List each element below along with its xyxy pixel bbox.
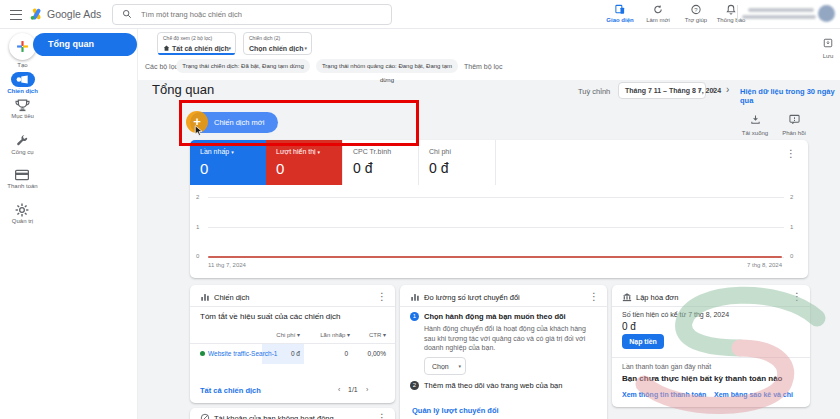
billing-card-menu-button[interactable]: ⋮ [792, 292, 802, 302]
campaign-card-menu-button[interactable]: ⋮ [377, 292, 387, 302]
feedback-button[interactable]: Phản hồi [777, 111, 811, 136]
create-button[interactable] [9, 33, 36, 60]
column-clicks[interactable]: Lần nhấp ▾ [308, 331, 350, 338]
save-label: Lưu [814, 53, 840, 59]
ytick-left-2: 2 [196, 194, 199, 200]
inactive-card-menu-button[interactable]: ⋮ [377, 413, 387, 419]
avatar[interactable] [818, 5, 835, 22]
conversion-select-dropdown[interactable]: Chọn ▾ [424, 357, 466, 375]
appearance-button[interactable]: Giao diện [601, 3, 639, 25]
admin-gear-icon[interactable] [15, 203, 29, 217]
home-icon [163, 45, 170, 51]
campaign-select-value: Chọn chiến dịch [249, 45, 303, 52]
date-range-dropdown[interactable]: Tháng 7 11 – Tháng 8 7, 2024 ▾ [618, 82, 706, 99]
xtick-end-date: 7 thg 8, 2024 [660, 262, 782, 268]
sidebar-item-overview-active[interactable]: Tổng quan [33, 33, 137, 56]
campaign-summary-card: Chiến dịch ⋮ Tóm tắt về hiệu suất của cá… [190, 285, 395, 403]
search-icon [122, 9, 132, 19]
menu-icon[interactable] [10, 10, 22, 20]
rail-billing-label[interactable]: Thanh toán [0, 183, 45, 189]
divider [612, 357, 810, 358]
help-button[interactable]: ? Trợ giúp [677, 3, 715, 25]
show-last-30-days-link[interactable]: Hiện dữ liệu trong 30 ngày qua [740, 87, 840, 105]
google-ads-app: Google Ads Giao diện Làm mới [0, 0, 840, 419]
rail-campaigns-item[interactable] [11, 72, 35, 87]
notifications-button[interactable]: Thông báo [712, 3, 750, 25]
metric-tab-clicks[interactable]: Lần nhấp ▾ 0 [190, 140, 266, 185]
refresh-button[interactable]: Làm mới [639, 3, 677, 25]
conversion-select-value: Chọn [432, 363, 449, 370]
column-cost[interactable]: Chi phí ▾ [262, 331, 300, 338]
rail-tools-label[interactable]: Công cụ [0, 149, 45, 155]
feedback-label: Phản hồi [777, 130, 811, 136]
add-funds-button[interactable]: Nạp tiền [622, 334, 664, 349]
filter-chip-adgroup-status[interactable]: Trạng thái nhóm quảng cáo: Đang bật, Đan… [316, 59, 458, 73]
sidebar [45, 28, 138, 419]
gridline-2 [208, 197, 784, 198]
balance-value: 0 đ [622, 321, 636, 332]
metric-tab-cost[interactable]: Chi phí 0 đ [419, 140, 496, 185]
payment-info-link[interactable]: Xem thông tin thanh toán [622, 391, 706, 398]
conversion-card: Đo lường số lượt chuyển đổi ⋮ 1 Chọn hàn… [400, 285, 607, 419]
step-2-title: Thêm mã theo dõi vào trang web của bạn [424, 381, 562, 390]
cell-clicks: 0 [310, 350, 348, 357]
billing-icon[interactable] [15, 169, 29, 181]
save-button[interactable]: Lưu [814, 34, 840, 59]
save-icon [823, 38, 833, 48]
rail-admin-label[interactable]: Quản trị [0, 218, 45, 224]
metric-cost-label: Chi phí [429, 148, 451, 155]
pagination-prev[interactable]: ‹ [338, 386, 340, 393]
pagination-next[interactable]: › [366, 386, 368, 393]
custom-range-label: Tuỳ chỉnh [578, 87, 610, 96]
top-bar: Google Ads Giao diện Làm mới [0, 0, 840, 29]
download-button[interactable]: Tải xuống [738, 111, 772, 136]
conversion-card-menu-button[interactable]: ⋮ [589, 292, 599, 302]
rail-create-label[interactable]: Tạo [0, 62, 45, 68]
inactive-card-title: Tài khoản của bạn không hoạt động [214, 414, 334, 419]
metric-tab-impressions[interactable]: Lượt hiển thị ▾ 0 [266, 140, 342, 185]
metric-clicks-label: Lần nhấp [200, 148, 229, 155]
campaign-card-subtitle: Tóm tắt về hiệu suất của các chiến dịch [200, 312, 341, 321]
caret-down-icon: ▾ [228, 45, 231, 51]
rail-goals-label[interactable]: Mục tiêu [0, 113, 45, 119]
help-label: Trợ giúp [677, 17, 715, 23]
svg-text:?: ? [694, 7, 698, 13]
bank-icon [622, 292, 632, 302]
search-box[interactable] [112, 4, 392, 25]
help-icon: ? [691, 4, 702, 15]
inactive-account-card: Tài khoản của bạn không hoạt động ⋮ [190, 408, 395, 419]
bell-icon [726, 4, 737, 15]
overview-chart-card: Lần nhấp ▾ 0 Lượt hiển thị ▾ 0 CPC Tr.bì… [190, 140, 808, 278]
caret-down-icon: ▾ [304, 45, 307, 51]
ytick-left-1: 1 [196, 224, 199, 230]
chart-menu-button[interactable]: ⋮ [786, 149, 796, 159]
filters-label: Các bộ lọc [145, 63, 178, 70]
caret-down-icon: ▾ [318, 149, 321, 155]
rail-campaigns-label[interactable]: Chiến dịch [0, 88, 45, 94]
plus-icon [16, 40, 29, 53]
tools-icon[interactable] [15, 134, 29, 148]
bar-chart-icon [410, 292, 420, 302]
caret-down-icon: ▾ [231, 149, 234, 155]
date-next-button[interactable]: › [726, 84, 729, 95]
manage-conversions-link[interactable]: Quản lý lượt chuyển đổi [412, 406, 499, 415]
view-mode-dropdown[interactable]: Chế độ xem (2 bộ lọc) Tất cả chiến dịch … [157, 32, 236, 55]
view-mode-value: Tất cả chiến dịch [172, 45, 229, 52]
date-prev-button[interactable]: ‹ [712, 84, 715, 95]
campaign-select-dropdown[interactable]: Chiến dịch (2) Chọn chiến dịch ▾ [243, 32, 312, 55]
search-input[interactable] [139, 6, 383, 23]
step-1-title: Chọn hành động mà bạn muốn theo dõi [424, 312, 566, 321]
divider [400, 306, 607, 307]
conversion-card-title: Đo lường số lượt chuyển đổi [424, 293, 520, 302]
caret-down-icon: ▾ [458, 363, 461, 369]
ytick-right-2: 2 [790, 194, 793, 200]
filter-chip-campaign-status[interactable]: Trạng thái chiến dịch: Đã bật, Đang tạm … [176, 59, 310, 73]
metric-tab-avg-cpc[interactable]: CPC Tr.bình 0 đ [342, 140, 419, 185]
metric-clicks-value: 0 [200, 160, 208, 177]
statements-link[interactable]: Xem bảng sao kê và chi [714, 391, 793, 398]
all-campaigns-link[interactable]: Tất cả chiến dịch [200, 386, 261, 395]
goal-icon[interactable] [15, 99, 30, 112]
add-filter-button[interactable]: Thêm bộ lọc [464, 63, 503, 70]
caret-down-icon: ▾ [698, 87, 701, 93]
column-ctr[interactable]: CTR ▾ [356, 331, 386, 338]
